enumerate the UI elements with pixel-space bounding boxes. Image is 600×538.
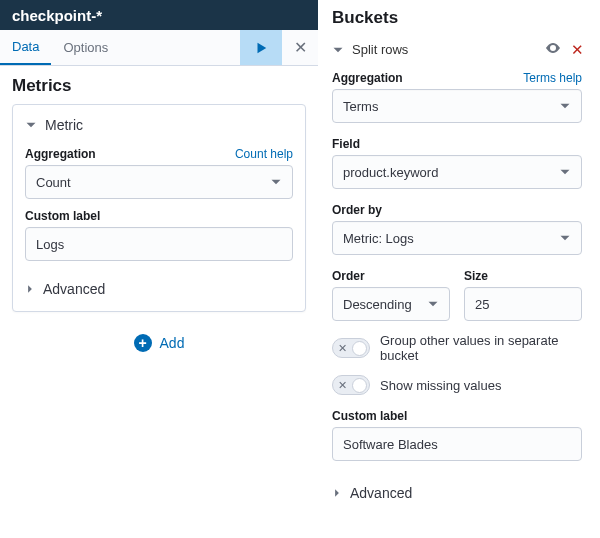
b-agg-value: Terms [343, 99, 378, 114]
eye-icon [545, 40, 561, 56]
metric-card: Metric Aggregation Count help Count Cust… [12, 104, 306, 312]
b-custom-label-input[interactable]: Software Blades [332, 427, 582, 461]
advanced-toggle[interactable]: Advanced [25, 271, 293, 297]
chevron-down-icon [559, 166, 571, 178]
custom-label-input[interactable]: Logs [25, 227, 293, 261]
chevron-down-icon [559, 232, 571, 244]
field-select[interactable]: product.keyword [332, 155, 582, 189]
order-label: Order [332, 269, 450, 283]
add-metric-button[interactable]: + Add [12, 320, 306, 370]
chevron-down-icon [332, 44, 344, 56]
tab-data[interactable]: Data [0, 30, 51, 65]
order-select[interactable]: Descending [332, 287, 450, 321]
apply-button[interactable] [240, 30, 282, 65]
chevron-down-icon [559, 100, 571, 112]
index-pattern-bar: checkpoint-* [0, 0, 318, 30]
switch-knob [352, 341, 367, 356]
metric-header: Metric [45, 117, 83, 133]
metrics-title: Metrics [12, 76, 306, 96]
plus-icon: + [134, 334, 152, 352]
size-value: 25 [475, 297, 489, 312]
field-value: product.keyword [343, 165, 438, 180]
chevron-right-icon [25, 284, 35, 294]
split-rows-label: Split rows [352, 42, 408, 57]
close-button[interactable]: ✕ [282, 30, 318, 65]
close-icon: ✕ [294, 38, 307, 57]
close-icon: ✕ [335, 378, 350, 393]
tab-options[interactable]: Options [51, 30, 120, 65]
custom-label-value: Logs [36, 237, 64, 252]
count-help-link[interactable]: Count help [235, 147, 293, 161]
metric-toggle[interactable]: Metric [25, 115, 293, 143]
play-icon [254, 41, 268, 55]
aggregation-select[interactable]: Count [25, 165, 293, 199]
split-rows-toggle[interactable]: Split rows ✕ [328, 38, 586, 67]
orderby-value: Metric: Logs [343, 231, 414, 246]
close-icon: ✕ [335, 341, 350, 356]
order-value: Descending [343, 297, 412, 312]
chevron-down-icon [427, 298, 439, 310]
show-missing-switch[interactable]: ✕ [332, 375, 370, 395]
orderby-label: Order by [332, 203, 582, 217]
switch-knob [352, 378, 367, 393]
b-advanced-label: Advanced [350, 485, 412, 501]
group-other-switch[interactable]: ✕ [332, 338, 370, 358]
group-other-label: Group other values in separate bucket [380, 333, 582, 363]
advanced-label: Advanced [43, 281, 105, 297]
custom-label-label: Custom label [25, 209, 100, 223]
b-advanced-toggle[interactable]: Advanced [332, 475, 582, 501]
orderby-select[interactable]: Metric: Logs [332, 221, 582, 255]
remove-bucket-button[interactable]: ✕ [569, 41, 586, 59]
chevron-down-icon [25, 119, 37, 131]
chevron-right-icon [332, 488, 342, 498]
aggregation-label: Aggregation [25, 147, 96, 161]
b-agg-select[interactable]: Terms [332, 89, 582, 123]
spacer [120, 30, 240, 65]
size-label: Size [464, 269, 582, 283]
index-pattern-title: checkpoint-* [12, 7, 102, 24]
terms-help-link[interactable]: Terms help [523, 71, 582, 85]
field-label: Field [332, 137, 582, 151]
visibility-button[interactable] [545, 40, 561, 59]
size-input[interactable]: 25 [464, 287, 582, 321]
chevron-down-icon [270, 176, 282, 188]
aggregation-value: Count [36, 175, 71, 190]
b-custom-label-value: Software Blades [343, 437, 438, 452]
b-custom-label-label: Custom label [332, 409, 582, 423]
close-icon: ✕ [571, 41, 584, 58]
show-missing-label: Show missing values [380, 378, 501, 393]
buckets-title: Buckets [328, 0, 586, 38]
add-label: Add [160, 335, 185, 351]
b-agg-label: Aggregation [332, 71, 403, 85]
tabs-row: Data Options ✕ [0, 30, 318, 66]
